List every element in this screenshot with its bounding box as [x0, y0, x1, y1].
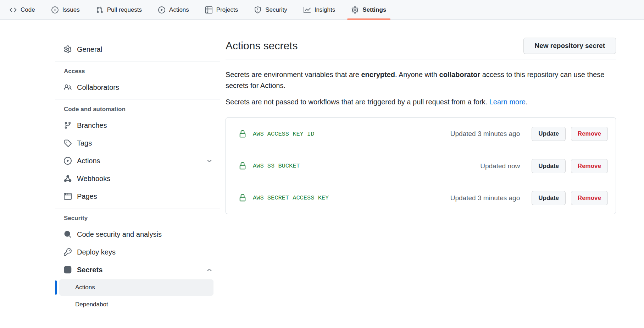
chevron-up-icon	[206, 267, 213, 273]
shield-icon	[254, 6, 261, 13]
sidebar-item-label: Branches	[77, 121, 107, 130]
sidebar-section-code-and-automation: Code and automation	[55, 102, 220, 116]
gear-icon	[351, 6, 359, 13]
remove-secret-button[interactable]: Remove	[571, 127, 608, 141]
tab-pull-requests[interactable]: Pull requests	[91, 0, 147, 20]
tab-issues[interactable]: Issues	[46, 0, 85, 20]
sidebar-item-secrets[interactable]: Secrets	[55, 261, 220, 279]
sidebar-item-label: Tags	[77, 139, 92, 147]
update-secret-button[interactable]: Update	[532, 159, 566, 173]
description-paragraph: Secrets are environment variables that a…	[226, 69, 616, 91]
sidebar-item-label: Actions	[77, 157, 100, 165]
gear-icon	[64, 45, 72, 53]
tab-actions[interactable]: Actions	[153, 0, 194, 20]
page-title: Actions secrets	[226, 38, 298, 54]
secret-row: AWS_S3_BUCKET Updated now Update Remove	[226, 150, 616, 182]
active-item-indicator	[55, 280, 57, 295]
fork-note-suffix: .	[526, 98, 528, 106]
codescan-icon	[64, 230, 72, 238]
sidebar-item-label: Webhooks	[77, 175, 110, 183]
description-text: Secrets are environment variables that a…	[226, 71, 361, 78]
tab-label: Security	[265, 6, 287, 13]
tab-label: Insights	[315, 6, 335, 13]
secret-updated-timestamp: Updated 3 minutes ago	[450, 130, 520, 138]
issue-opened-icon	[51, 6, 59, 13]
tag-icon	[64, 139, 72, 147]
update-secret-button[interactable]: Update	[532, 127, 566, 141]
sidebar-divider	[55, 99, 220, 99]
chevron-down-icon	[206, 158, 213, 164]
tab-label: Actions	[169, 6, 189, 13]
learn-more-link[interactable]: Learn more	[489, 98, 526, 106]
sidebar-item-branches[interactable]: Branches	[55, 116, 220, 134]
sidebar-item-code-security[interactable]: Code security and analysis	[55, 225, 220, 243]
graph-icon	[304, 6, 311, 13]
sidebar-item-deploy-keys[interactable]: Deploy keys	[55, 243, 220, 261]
sidebar-section-access: Access	[55, 64, 220, 78]
sidebar-item-general[interactable]: General	[55, 40, 220, 58]
tab-label: Pull requests	[107, 6, 142, 13]
secret-name: AWS_ACCESS_KEY_ID	[253, 131, 314, 137]
secret-updated-timestamp: Updated now	[480, 162, 520, 170]
tab-code[interactable]: Code	[5, 0, 40, 20]
fork-note-paragraph: Secrets are not passed to workflows that…	[226, 97, 616, 108]
tab-label: Issues	[62, 6, 80, 13]
tab-label: Code	[21, 6, 35, 13]
sidebar-item-label: Collaborators	[77, 83, 119, 92]
settings-sidebar: General Access Collaborators Code and au…	[55, 20, 220, 321]
secret-row: AWS_ACCESS_KEY_ID Updated 3 minutes ago …	[226, 118, 616, 150]
sidebar-item-label: General	[77, 45, 102, 54]
play-icon	[158, 6, 165, 13]
sidebar-subitem-secrets-dependabot[interactable]: Dependabot	[59, 296, 213, 313]
secret-row-actions: Updated now Update Remove	[480, 159, 608, 173]
key-icon	[64, 248, 72, 256]
new-repository-secret-button[interactable]: New repository secret	[523, 38, 616, 54]
description: Secrets are environment variables that a…	[226, 69, 616, 108]
browser-icon	[64, 192, 72, 200]
sidebar-item-pages[interactable]: Pages	[55, 187, 220, 205]
tab-settings[interactable]: Settings	[346, 0, 391, 20]
remove-secret-button[interactable]: Remove	[571, 159, 608, 173]
sidebar-item-label: Deploy keys	[77, 248, 116, 256]
repo-nav: Code Issues Pull requests Actions Projec…	[0, 0, 644, 20]
key-asterisk-icon	[64, 266, 72, 274]
table-icon	[205, 6, 212, 13]
secret-name: AWS_SECRET_ACCESS_KEY	[253, 195, 329, 201]
sidebar-item-label: Dependabot	[75, 301, 108, 308]
git-pull-request-icon	[96, 6, 103, 13]
sidebar-subitem-secrets-actions[interactable]: Actions	[59, 279, 213, 296]
actions-secrets-panel: Actions secrets New repository secret Se…	[226, 20, 616, 214]
play-icon	[64, 157, 72, 165]
sidebar-divider	[55, 61, 220, 61]
sidebar-item-tags[interactable]: Tags	[55, 134, 220, 152]
sidebar-divider	[55, 318, 220, 318]
people-icon	[64, 83, 72, 91]
update-secret-button[interactable]: Update	[532, 191, 566, 205]
description-text: . Anyone with	[395, 71, 439, 78]
tab-security[interactable]: Security	[249, 0, 292, 20]
fork-note-text: Secrets are not passed to workflows that…	[226, 98, 489, 106]
description-bold-encrypted: encrypted	[361, 71, 395, 78]
code-icon	[10, 6, 17, 13]
secret-row-actions: Updated 3 minutes ago Update Remove	[450, 127, 608, 141]
webhook-icon	[64, 175, 72, 182]
secret-row-actions: Updated 3 minutes ago Update Remove	[450, 191, 608, 205]
secret-name: AWS_S3_BUCKET	[253, 163, 300, 169]
description-bold-collaborator: collaborator	[439, 71, 481, 78]
sidebar-item-label: Code security and analysis	[77, 230, 162, 239]
lock-icon	[239, 193, 246, 202]
sidebar-item-label: Actions	[75, 284, 95, 291]
secret-row: AWS_SECRET_ACCESS_KEY Updated 3 minutes …	[226, 182, 616, 214]
sidebar-item-webhooks[interactable]: Webhooks	[55, 170, 220, 187]
sidebar-item-collaborators[interactable]: Collaborators	[55, 78, 220, 96]
git-branch-icon	[64, 121, 72, 129]
remove-secret-button[interactable]: Remove	[571, 191, 608, 205]
tab-projects[interactable]: Projects	[200, 0, 243, 20]
lock-icon	[239, 162, 246, 170]
tab-label: Settings	[362, 6, 386, 13]
sidebar-item-actions[interactable]: Actions	[55, 152, 220, 170]
sidebar-item-label: Secrets	[77, 266, 102, 274]
sidebar-divider	[55, 208, 220, 208]
tab-insights[interactable]: Insights	[299, 0, 340, 20]
lock-icon	[239, 130, 246, 138]
